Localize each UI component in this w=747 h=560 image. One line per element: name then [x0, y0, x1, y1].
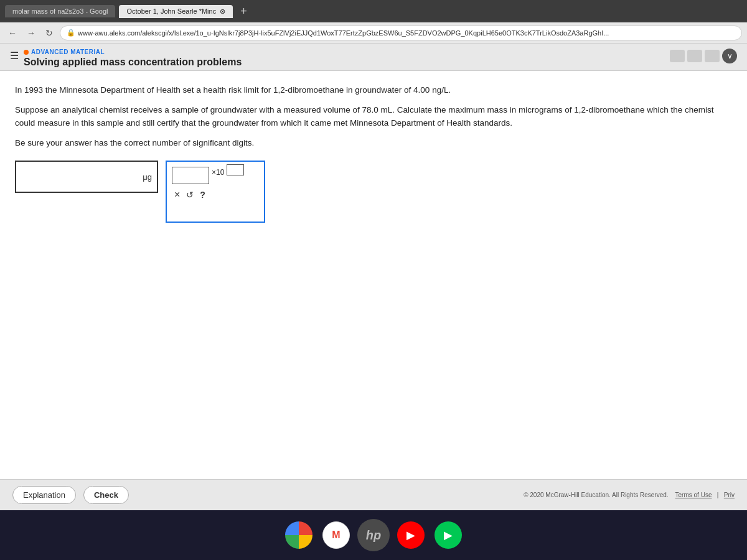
secure-icon: 🔒 — [67, 29, 75, 37]
x10-label: ×10 — [212, 168, 224, 177]
answer-input[interactable] — [21, 172, 140, 182]
bottom-bar: Explanation Check © 2020 McGraw-Hill Edu… — [0, 479, 747, 510]
orange-dot-icon — [24, 50, 29, 55]
taskbar-youtube-icon[interactable]: ▶ — [397, 521, 425, 549]
privacy-link[interactable]: Priv — [724, 492, 735, 498]
new-tab-button[interactable]: + — [240, 5, 247, 18]
tab-october[interactable]: October 1, John Searle *Minc ⊗ — [119, 5, 233, 18]
sci-undo-button[interactable]: ↺ — [186, 190, 194, 200]
page-title: Solving applied mass concentration probl… — [24, 57, 665, 68]
nav-bar: ← → ↻ 🔒 www-awu.aleks.com/alekscgi/x/Isl… — [0, 22, 747, 44]
reload-button[interactable]: ↻ — [42, 27, 56, 39]
answer-input-box: μg — [15, 161, 158, 193]
problem-line-1: In 1993 the Minnesota Department of Heal… — [15, 83, 732, 97]
content-area: In 1993 the Minnesota Department of Heal… — [0, 71, 747, 508]
sci-notation-box: ×10 × ↺ ? — [166, 161, 265, 223]
answer-area: μg ×10 × ↺ ? — [15, 161, 732, 223]
aleks-header: ☰ ADVANCED MATERIAL Solving applied mass… — [0, 44, 747, 71]
address-bar[interactable]: 🔒 www-awu.aleks.com/alekscgi/x/Isl.exe/1… — [60, 26, 742, 40]
sci-exponent-input[interactable] — [227, 164, 244, 175]
taskbar-chrome-icon[interactable] — [285, 521, 312, 549]
browser-chrome: molar mass of na2s2o3 - Googl October 1,… — [0, 0, 747, 22]
ctrl-btn-2[interactable] — [687, 50, 702, 62]
problem-line-2: Suppose an analytical chemist receives a… — [15, 103, 732, 130]
sci-multiply-button[interactable]: × — [174, 189, 180, 200]
check-button[interactable]: Check — [83, 486, 129, 504]
copyright-text: © 2020 McGraw-Hill Education. All Rights… — [524, 492, 735, 498]
problem-line-3: Be sure your answer has the correct numb… — [15, 136, 732, 150]
forward-button[interactable]: → — [24, 27, 39, 39]
hp-logo: hp — [357, 519, 390, 551]
collapse-button[interactable]: ∨ — [722, 49, 737, 63]
ctrl-btn-3[interactable] — [705, 50, 720, 62]
taskbar: M ≡ ▶ ▶ hp — [0, 510, 747, 560]
header-text: ADVANCED MATERIAL Solving applied mass c… — [24, 49, 665, 68]
action-buttons-row: Explanation Check © 2020 McGraw-Hill Edu… — [0, 480, 747, 510]
ctrl-btn-1[interactable] — [670, 50, 685, 62]
tab-molar-mass[interactable]: molar mass of na2s2o3 - Googl — [5, 5, 115, 17]
sci-help-button[interactable]: ? — [200, 190, 205, 200]
sci-input-row: ×10 — [172, 167, 259, 184]
taskbar-gmail-icon[interactable]: M — [322, 521, 350, 549]
back-button[interactable]: ← — [5, 27, 20, 39]
terms-link[interactable]: Terms of Use — [675, 492, 712, 498]
taskbar-play-icon[interactable]: ▶ — [435, 521, 462, 549]
advanced-material-label: ADVANCED MATERIAL — [24, 49, 665, 55]
hamburger-button[interactable]: ☰ — [10, 50, 19, 62]
header-controls: ∨ — [670, 49, 737, 63]
unit-label: μg — [143, 172, 152, 182]
sci-buttons-row: × ↺ ? — [172, 189, 259, 200]
explanation-button[interactable]: Explanation — [12, 486, 76, 504]
sci-mantissa-input[interactable] — [172, 167, 209, 184]
